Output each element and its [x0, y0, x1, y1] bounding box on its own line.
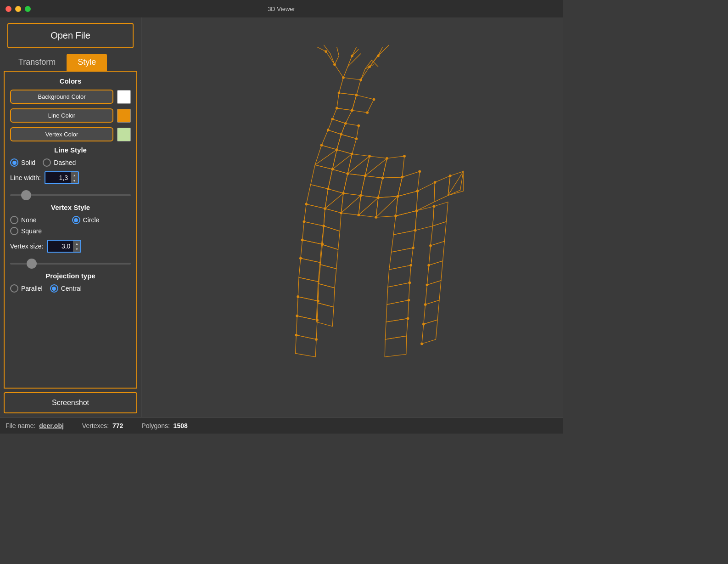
svg-marker-27 [434, 176, 450, 202]
minimize-button[interactable] [15, 6, 21, 12]
svg-point-103 [449, 175, 452, 177]
svg-marker-5 [322, 130, 342, 150]
none-radio-circle [10, 216, 18, 224]
svg-line-68 [396, 211, 417, 216]
line-width-up[interactable]: ▲ [71, 172, 78, 178]
svg-point-133 [429, 244, 432, 247]
vertex-size-input[interactable] [48, 241, 73, 252]
svg-point-91 [347, 172, 349, 175]
dashed-radio[interactable]: Dashed [43, 158, 76, 167]
vertex-size-up[interactable]: ▲ [73, 241, 80, 246]
line-color-swatch[interactable] [117, 109, 131, 123]
parallel-radio[interactable]: Parallel [10, 284, 43, 293]
screenshot-button[interactable]: Screenshot [4, 392, 137, 413]
vertex-size-row: Vertex size: ▲ ▼ [10, 240, 131, 253]
vertex-size-spinbox[interactable]: ▲ ▼ [47, 240, 81, 253]
vertex-color-swatch[interactable] [117, 128, 131, 141]
square-radio[interactable]: Square [10, 227, 69, 235]
svg-point-123 [297, 295, 299, 298]
svg-point-85 [320, 144, 323, 147]
svg-point-104 [324, 207, 326, 210]
svg-point-114 [409, 282, 411, 284]
line-width-label: Line width: [10, 174, 41, 181]
svg-point-115 [408, 299, 410, 302]
svg-point-82 [340, 133, 342, 136]
vertex-style-section-title: Vertex Style [10, 203, 131, 211]
svg-marker-2 [332, 108, 352, 124]
svg-line-64 [325, 193, 343, 209]
traffic-lights [6, 6, 31, 12]
vertex-size-slider[interactable] [10, 263, 131, 265]
none-radio[interactable]: None [10, 216, 69, 224]
3d-viewer[interactable]: .wire { stroke: #e8900a; stroke-width: 1… [141, 17, 563, 417]
svg-point-79 [336, 107, 338, 110]
central-radio[interactable]: Central [50, 284, 82, 293]
line-width-spinbox[interactable]: ▲ ▼ [45, 171, 79, 184]
svg-point-73 [351, 55, 353, 57]
dashed-radio-label: Dashed [54, 159, 76, 166]
line-color-row: Line Color [10, 108, 131, 123]
central-radio-label: Central [61, 285, 82, 292]
vertex-color-button[interactable]: Vertex Color [10, 127, 113, 141]
square-radio-label: Square [21, 227, 42, 235]
svg-marker-15 [343, 174, 365, 196]
svg-point-97 [342, 192, 345, 195]
svg-marker-7 [341, 124, 358, 139]
filename-value: deer.obj [39, 422, 64, 429]
vertex-size-down[interactable]: ▼ [73, 246, 80, 252]
svg-point-135 [426, 283, 429, 286]
svg-point-126 [315, 338, 318, 341]
svg-marker-6 [337, 135, 357, 154]
deer-wireframe: .wire { stroke: #e8900a; stroke-width: 1… [219, 43, 485, 392]
svg-point-137 [422, 323, 425, 326]
svg-line-67 [376, 196, 398, 217]
vertexes-label: Vertexes: [82, 422, 109, 429]
maximize-button[interactable] [25, 6, 31, 12]
svg-point-94 [401, 176, 403, 179]
solid-radio-label: Solid [21, 159, 35, 166]
background-color-swatch[interactable] [117, 90, 131, 104]
svg-marker-17 [378, 177, 402, 198]
line-width-slider[interactable] [10, 194, 131, 196]
svg-point-95 [418, 170, 421, 173]
solid-radio[interactable]: Solid [10, 158, 35, 167]
svg-point-129 [373, 98, 375, 101]
svg-point-138 [420, 343, 423, 345]
central-radio-circle [50, 284, 58, 293]
line-width-arrows: ▲ ▼ [71, 172, 78, 183]
svg-point-131 [355, 137, 358, 140]
svg-point-113 [409, 264, 412, 267]
close-button[interactable] [6, 6, 11, 12]
svg-marker-1 [337, 93, 357, 110]
svg-marker-53 [324, 209, 341, 231]
svg-point-121 [322, 225, 325, 227]
svg-point-92 [364, 175, 367, 177]
line-width-input[interactable] [45, 172, 71, 183]
line-width-down[interactable]: ▼ [71, 178, 78, 183]
background-color-row: Background Color [10, 90, 131, 104]
solid-radio-circle [10, 158, 18, 167]
tab-transform[interactable]: Transform [7, 54, 67, 71]
background-color-button[interactable]: Background Color [10, 90, 113, 104]
svg-line-59 [315, 150, 337, 165]
svg-point-71 [333, 63, 336, 66]
line-color-button[interactable]: Line Color [10, 108, 113, 123]
tab-style[interactable]: Style [67, 54, 107, 71]
filename-label: File name: [6, 422, 35, 429]
filename-status: File name: deer.obj [6, 422, 64, 429]
svg-point-86 [351, 152, 353, 155]
vertex-size-slider-container [10, 257, 131, 267]
svg-point-107 [375, 216, 377, 219]
svg-point-83 [327, 129, 330, 131]
svg-point-70 [359, 79, 362, 81]
svg-marker-25 [393, 211, 416, 235]
circle-radio[interactable]: Circle [72, 216, 131, 224]
status-bar: File name: deer.obj Vertexes: 772 Polygo… [0, 417, 563, 434]
svg-line-63 [383, 177, 403, 178]
svg-point-72 [325, 50, 327, 53]
svg-marker-24 [396, 191, 418, 216]
vertexes-status: Vertexes: 772 [82, 422, 123, 429]
circle-radio-circle [72, 216, 80, 224]
open-file-button[interactable]: Open File [7, 23, 134, 48]
sidebar: Open File Transform Style Colors Backgro… [0, 17, 141, 417]
